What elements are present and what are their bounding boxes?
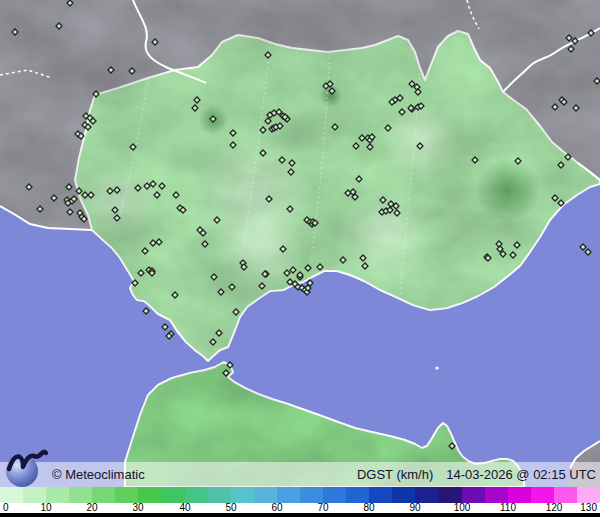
scale-color-step	[323, 487, 346, 503]
product-label: DGST (km/h)	[357, 467, 433, 482]
scale-color-step	[300, 487, 323, 503]
scale-color-step	[508, 487, 531, 503]
scale-color-step	[69, 487, 92, 503]
scale-color-step	[438, 487, 461, 503]
scale-color-step	[162, 487, 185, 503]
scale-color-step	[23, 487, 46, 503]
scale-color-step	[369, 487, 392, 503]
scale-tick-label: 110	[500, 503, 516, 513]
scale-color-step	[0, 487, 23, 503]
scale-color-step	[346, 487, 369, 503]
scale-color-step	[554, 487, 577, 503]
small-island	[435, 366, 438, 369]
scale-tick-label: 40	[179, 503, 190, 513]
scale-color-step	[392, 487, 415, 503]
scale-color-step	[254, 487, 277, 503]
scale-tick-label: 90	[409, 503, 420, 513]
map-canvas	[0, 0, 600, 487]
scale-color-step	[277, 487, 300, 503]
bottom-border	[0, 513, 600, 517]
copyright-text: © Meteoclimatic	[52, 467, 145, 482]
scale-color-step	[46, 487, 69, 503]
product-datetime: DGST (km/h) 14-03-2026 @ 02:15 UTC	[357, 467, 596, 482]
scale-color-step	[208, 487, 231, 503]
scale-color-step	[485, 487, 508, 503]
scale-tick-label: 120	[546, 503, 563, 513]
scale-tick-label: 50	[225, 503, 236, 513]
scale-color-step	[415, 487, 438, 503]
scale-tick-label: 20	[86, 503, 97, 513]
scale-tick-label: 80	[363, 503, 374, 513]
scale-tick-label: 70	[317, 503, 328, 513]
weather-map-image: © Meteoclimatic DGST (km/h) 14-03-2026 @…	[0, 0, 600, 517]
scale-tick-label: 60	[271, 503, 282, 513]
scale-tick-label: 130	[580, 503, 597, 513]
datetime-label: 14-03-2026 @ 02:15 UTC	[446, 467, 596, 482]
scale-color-step	[115, 487, 138, 503]
scale-color-step	[462, 487, 485, 503]
logo-graphic	[2, 444, 50, 492]
scale-tick-label: 10	[40, 503, 51, 513]
scale-tick-labels: 0102030405060708090100110120130	[0, 503, 600, 513]
color-scale-bar	[0, 487, 600, 503]
scale-tick-label: 100	[454, 503, 471, 513]
scale-color-step	[577, 487, 600, 503]
scale-color-step	[92, 487, 115, 503]
scale-color-step	[531, 487, 554, 503]
scale-tick-label: 30	[132, 503, 143, 513]
scale-color-step	[185, 487, 208, 503]
scale-color-step	[231, 487, 254, 503]
meteoclimatic-logo	[2, 444, 50, 492]
info-band: © Meteoclimatic DGST (km/h) 14-03-2026 @…	[0, 462, 600, 487]
scale-color-step	[138, 487, 161, 503]
scale-tick-label: 0	[3, 503, 9, 513]
